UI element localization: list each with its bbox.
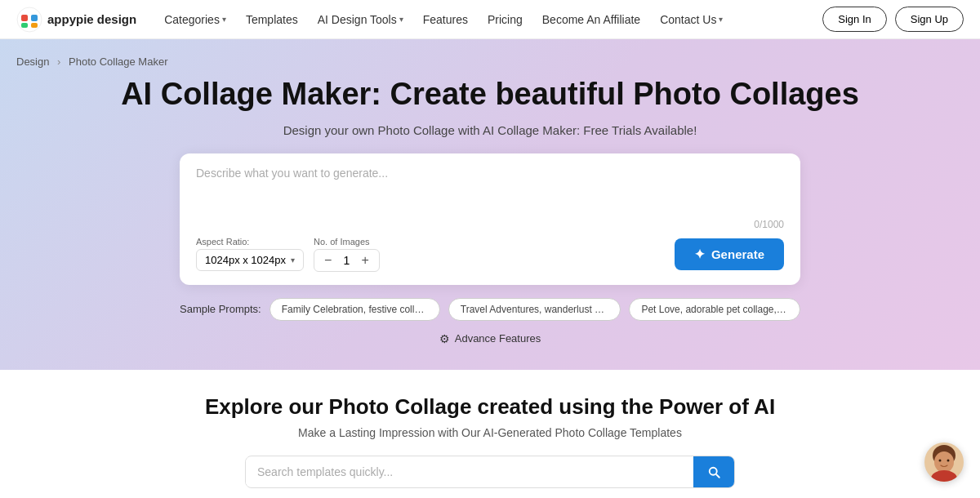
nav-features[interactable]: Features: [415, 8, 476, 31]
svg-point-8: [947, 460, 950, 462]
svg-rect-1: [21, 15, 28, 21]
nav-contact[interactable]: Contact Us ▾: [652, 8, 731, 31]
prompt-textarea[interactable]: [196, 167, 784, 216]
aspect-ratio-select[interactable]: 1024px x 1024px ▾: [196, 249, 304, 271]
svg-rect-4: [31, 23, 38, 28]
breadcrumb-home[interactable]: Design: [16, 56, 49, 68]
explore-title: Explore our Photo Collage created using …: [205, 394, 775, 420]
svg-point-6: [934, 451, 954, 473]
aspect-ratio-label: Aspect Ratio:: [196, 237, 304, 247]
num-images-label: No. of Images: [314, 237, 380, 247]
nav-links: Categories ▾ Templates AI Design Tools ▾…: [156, 8, 822, 31]
sparkle-icon: ✦: [694, 247, 705, 262]
breadcrumb-separator: ›: [57, 56, 60, 68]
nav-categories[interactable]: Categories ▾: [156, 8, 234, 31]
prompt-chip-0[interactable]: Family Celebration, festive collage, vib…: [270, 298, 440, 321]
advance-features-link[interactable]: ⚙ Advance Features: [439, 332, 541, 345]
num-images-group: No. of Images − 1 +: [314, 237, 380, 272]
svg-point-7: [939, 460, 942, 462]
nav-pricing[interactable]: Pricing: [479, 8, 531, 31]
breadcrumb: Design › Photo Collage Maker: [16, 47, 187, 76]
advance-features-label: Advance Features: [455, 332, 541, 345]
avatar-icon: [924, 442, 964, 482]
svg-rect-3: [21, 23, 28, 28]
hero-subtitle: Design your own Photo Collage with AI Co…: [283, 123, 697, 137]
nav-templates[interactable]: Templates: [238, 8, 306, 31]
aspect-ratio-group: Aspect Ratio: 1024px x 1024px ▾: [196, 237, 304, 271]
breadcrumb-current: Photo Collage Maker: [69, 56, 167, 68]
hero-section: Design › Photo Collage Maker AI Collage …: [0, 39, 980, 370]
prompt-chip-1[interactable]: Travel Adventures, wanderlust collage, d…: [448, 298, 621, 321]
generate-box: 0/1000 Aspect Ratio: 1024px x 1024px ▾ N…: [180, 153, 800, 285]
image-count-stepper: − 1 +: [314, 249, 380, 272]
aspect-ratio-value: 1024px x 1024px: [205, 254, 286, 266]
chevron-down-icon: ▾: [399, 15, 403, 24]
chevron-down-icon: ▾: [719, 15, 723, 24]
search-input[interactable]: [246, 457, 693, 487]
generate-label: Generate: [711, 247, 764, 261]
search-button[interactable]: [693, 456, 734, 487]
nav-actions: Sign In Sign Up: [822, 7, 964, 32]
search-bar: [245, 456, 735, 488]
char-count: 0/1000: [196, 219, 784, 230]
svg-point-0: [17, 7, 42, 32]
stepper-increment[interactable]: +: [361, 254, 368, 267]
logo-icon: [16, 7, 42, 33]
logo[interactable]: appypie design: [16, 7, 136, 33]
chevron-down-icon: ▾: [222, 15, 226, 24]
hero-title: AI Collage Maker: Create beautiful Photo…: [121, 76, 859, 113]
signin-button[interactable]: Sign In: [822, 7, 886, 32]
signup-button[interactable]: Sign Up: [895, 7, 964, 32]
sample-prompts-label: Sample Prompts:: [180, 303, 261, 315]
chevron-down-icon: ▾: [291, 256, 295, 265]
explore-subtitle: Make a Lasting Impression with Our AI-Ge…: [298, 426, 682, 439]
nav-ai-design-tools[interactable]: AI Design Tools ▾: [310, 8, 412, 31]
prompt-chip-2[interactable]: Pet Love, adorable pet collage, heartwar…: [629, 298, 800, 321]
logo-text: appypie design: [47, 12, 136, 26]
generate-controls: Aspect Ratio: 1024px x 1024px ▾ No. of I…: [196, 237, 784, 272]
navbar: appypie design Categories ▾ Templates AI…: [0, 0, 980, 39]
floating-avatar[interactable]: [924, 442, 964, 482]
stepper-value: 1: [340, 254, 353, 267]
nav-affiliate[interactable]: Become An Affiliate: [534, 8, 648, 31]
stepper-decrement[interactable]: −: [324, 254, 332, 267]
sample-prompts: Sample Prompts: Family Celebration, fest…: [180, 298, 800, 321]
gear-icon: ⚙: [439, 332, 450, 345]
svg-rect-2: [31, 15, 38, 21]
generate-button[interactable]: ✦ Generate: [675, 238, 784, 270]
explore-section: Explore our Photo Collage created using …: [0, 370, 980, 498]
search-icon: [706, 465, 721, 479]
